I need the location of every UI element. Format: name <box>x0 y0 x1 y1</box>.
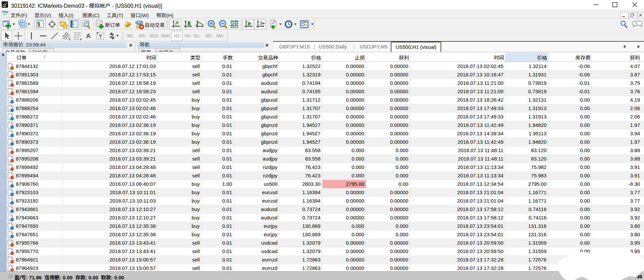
svg-text:E: E <box>69 37 71 40</box>
svg-text:T: T <box>99 33 102 39</box>
svg-text:F: F <box>80 38 82 40</box>
